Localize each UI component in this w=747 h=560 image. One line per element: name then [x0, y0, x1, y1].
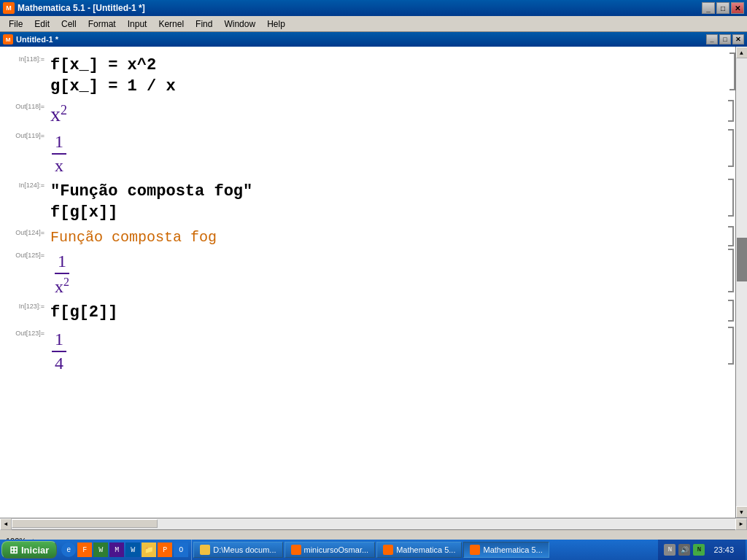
tray-icon-2[interactable]: 🔊 — [678, 544, 690, 556]
out118-base: x — [50, 103, 61, 125]
menu-file[interactable]: File — [3, 18, 28, 31]
cell-input-124: In[124]:= "Função composta fog" f[g[x]] — [0, 179, 735, 226]
tray-icon-1[interactable]: N — [664, 544, 676, 556]
notebook-content[interactable]: In[118]:= f[x_] = x^2 g[x_] = 1 / x Out[… — [0, 47, 735, 518]
menu-find[interactable]: Find — [190, 18, 218, 31]
menu-cell[interactable]: Cell — [55, 18, 82, 31]
cell-label-in124: In[124]:= — [0, 179, 47, 189]
maximize-button[interactable]: □ — [716, 2, 729, 14]
fraction-125-num: 1 — [55, 252, 69, 274]
start-button[interactable]: ⊞ Iniciar — [1, 541, 57, 559]
windows-logo-icon: ⊞ — [9, 544, 18, 556]
cell-label-in123: In[123]:= — [0, 300, 47, 310]
cell-label-out125: Out[125]= — [0, 249, 47, 259]
cell-label-out118: Out[118]= — [0, 100, 47, 110]
cell-label-in118: In[118]:= — [0, 52, 47, 63]
out124-text: Função composta fog — [50, 229, 217, 246]
launch-icon6[interactable]: O — [174, 542, 188, 557]
cell-content-out118: x2 — [47, 100, 728, 129]
cell-output-125: Out[125]= 1 x2 — [0, 249, 735, 300]
input-code-124a[interactable]: "Função composta fog" — [50, 182, 722, 203]
minimize-button[interactable]: _ — [702, 2, 715, 14]
app-icon: M — [3, 2, 15, 14]
h-scroll-left-arrow[interactable]: ◄ — [0, 518, 12, 530]
taskbar-item-minicurso[interactable]: minicursoOsmar... — [285, 542, 376, 558]
input-code-118b[interactable]: g[x_] = 1 / x — [50, 77, 722, 98]
taskbar-tray: N 🔊 N 23:43 — [658, 540, 746, 560]
cell-content-out125: 1 x2 — [47, 249, 728, 300]
scroll-down-arrow[interactable]: ▼ — [736, 506, 748, 518]
menu-window[interactable]: Window — [218, 18, 261, 31]
cell-content-out124: Função composta fog — [47, 226, 728, 249]
launch-icon2[interactable]: M — [109, 542, 124, 557]
h-scroll-thumb[interactable] — [12, 519, 158, 528]
input-code-124b[interactable]: f[g[x]] — [50, 203, 722, 224]
taskbar-item-minicurso-label: minicursoOsmar... — [304, 545, 369, 554]
fraction-119: 1 x — [52, 132, 66, 176]
launch-icon4[interactable]: 📁 — [142, 542, 156, 557]
cell-output-124: Out[124]= Função composta fog — [0, 226, 735, 249]
fraction-125-den: x2 — [52, 274, 72, 297]
doc-title-bar: M Untitled-1 * _ □ ✕ — [0, 32, 747, 47]
cell-output-119: Out[119]= 1 x — [0, 129, 735, 179]
menu-bar: File Edit Cell Format Input Kernel Find … — [0, 16, 747, 32]
menu-format[interactable]: Format — [82, 18, 122, 31]
title-bar-left: M Mathematica 5.1 - [Untitled-1 *] — [3, 2, 145, 14]
tray-icon-3[interactable]: N — [693, 544, 705, 556]
doc-title: Untitled-1 * — [16, 35, 58, 44]
close-button[interactable]: ✕ — [731, 2, 744, 14]
taskbar-item-math2-label: Mathematica 5... — [483, 545, 542, 554]
scroll-thumb[interactable] — [737, 238, 747, 281]
scroll-track[interactable] — [736, 58, 747, 506]
input-code-118a[interactable]: f[x_] = x^2 — [50, 55, 722, 77]
menu-kernel[interactable]: Kernel — [152, 18, 190, 31]
folder-taskbar-icon — [200, 545, 210, 555]
taskbar-item-math1[interactable]: Mathematica 5... — [376, 542, 462, 558]
launch-icon3[interactable]: W — [125, 542, 140, 557]
quick-launch: e F W M W 📁 P O — [58, 540, 192, 560]
launch-icon5[interactable]: P — [158, 542, 172, 557]
taskbar-item-math2[interactable]: Mathematica 5... — [463, 542, 549, 558]
doc-minimize-button[interactable]: _ — [706, 34, 718, 44]
title-bar-buttons: _ □ ✕ — [702, 2, 744, 14]
h-scroll-right-arrow[interactable]: ► — [735, 518, 747, 530]
cell-content-in118[interactable]: f[x_] = x^2 g[x_] = 1 / x — [47, 52, 728, 100]
cell-output-118: Out[118]= x2 — [0, 100, 735, 129]
math-taskbar-icon2 — [383, 545, 393, 555]
h-scrollbar-row: ◄ ► — [0, 518, 747, 529]
firefox-icon[interactable]: F — [77, 542, 92, 557]
vertical-scrollbar[interactable]: ▲ ▼ — [735, 47, 747, 518]
menu-edit[interactable]: Edit — [28, 18, 55, 31]
h-scroll-track[interactable] — [12, 518, 735, 529]
input-code-123[interactable]: f[g[2]] — [50, 303, 722, 324]
fraction-119-num: 1 — [52, 132, 66, 155]
cell-content-in124[interactable]: "Função composta fog" f[g[x]] — [47, 179, 728, 226]
taskbar-clock: 23:43 — [708, 545, 740, 554]
fraction-125-den-exp: 2 — [63, 276, 69, 288]
fraction-125: 1 x2 — [52, 252, 72, 297]
cell-label-out124: Out[124]= — [0, 226, 47, 236]
cell-output-123: Out[123]= 1 4 — [0, 327, 735, 376]
cell-label-out119: Out[119]= — [0, 129, 47, 139]
taskbar-item-folder[interactable]: D:\Meus docum... — [193, 542, 282, 558]
cell-input-118: In[118]:= f[x_] = x^2 g[x_] = 1 / x — [0, 52, 735, 100]
menu-help[interactable]: Help — [261, 18, 291, 31]
doc-close-button[interactable]: ✕ — [732, 34, 744, 44]
start-label: Iniciar — [21, 545, 49, 556]
ie-icon[interactable]: e — [61, 542, 76, 557]
fraction-119-den: x — [52, 155, 66, 176]
taskbar: ⊞ Iniciar e F W M W 📁 P O D:\Meus docum.… — [0, 540, 747, 560]
cell-label-out123: Out[123]= — [0, 327, 47, 337]
scroll-up-arrow[interactable]: ▲ — [736, 47, 748, 58]
cell-content-in123[interactable]: f[g[2]] — [47, 300, 728, 327]
cell-input-123: In[123]:= f[g[2]] — [0, 300, 735, 327]
fraction-123-den: 4 — [52, 352, 66, 373]
cell-content-out119: 1 x — [47, 129, 728, 179]
cell-content-out123: 1 4 — [47, 327, 728, 376]
title-bar: M Mathematica 5.1 - [Untitled-1 *] _ □ ✕ — [0, 0, 747, 16]
taskbar-item-math1-label: Mathematica 5... — [396, 545, 455, 554]
doc-maximize-button[interactable]: □ — [719, 34, 731, 44]
fraction-123-num: 1 — [52, 330, 66, 352]
launch-icon1[interactable]: W — [93, 542, 108, 557]
menu-input[interactable]: Input — [122, 18, 153, 31]
